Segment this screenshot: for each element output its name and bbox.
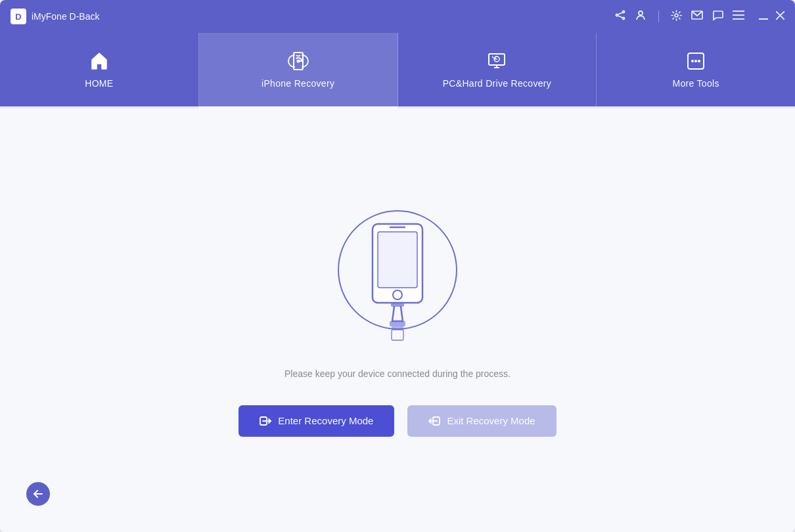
svg-line-31 — [392, 307, 394, 321]
chat-icon[interactable] — [712, 10, 723, 24]
title-bar-actions — [615, 9, 784, 24]
svg-rect-36 — [392, 330, 403, 340]
back-button[interactable] — [26, 482, 50, 506]
nav-label-home: HOME — [85, 78, 113, 89]
svg-line-4 — [618, 16, 623, 18]
nav-item-more-tools[interactable]: More Tools — [597, 33, 795, 106]
svg-line-20 — [492, 56, 493, 58]
minimize-button[interactable] — [759, 11, 768, 22]
phone-illustration — [332, 204, 463, 349]
nav-item-iphone-recovery[interactable]: iPhone Recovery — [199, 33, 398, 106]
svg-point-5 — [639, 11, 643, 15]
mail-icon[interactable] — [691, 11, 703, 22]
main-content: Please keep your device connected during… — [0, 108, 795, 532]
buttons-row: Enter Recovery Mode Exit Recovery Mode — [238, 405, 556, 437]
nav-item-pc-recovery[interactable]: PC&Hard Drive Recovery — [398, 33, 597, 106]
share-icon[interactable] — [615, 10, 625, 23]
more-tools-icon — [685, 51, 706, 72]
app-name: iMyFone D-Back — [32, 11, 615, 22]
settings-icon[interactable] — [671, 10, 682, 24]
pc-recovery-icon — [486, 51, 507, 72]
enter-recovery-mode-button[interactable]: Enter Recovery Mode — [238, 405, 394, 437]
nav-label-pc-recovery: PC&Hard Drive Recovery — [443, 78, 551, 89]
window-controls — [759, 11, 784, 22]
svg-point-23 — [694, 60, 697, 62]
account-icon[interactable] — [635, 9, 647, 24]
svg-rect-34 — [390, 321, 405, 326]
title-bar: D iMyFone D-Back — [0, 0, 795, 33]
hamburger-icon[interactable] — [733, 11, 744, 22]
svg-line-3 — [618, 12, 623, 14]
exit-recovery-mode-button[interactable]: Exit Recovery Mode — [407, 405, 556, 437]
svg-rect-27 — [378, 232, 417, 288]
app-window: D iMyFone D-Back — [0, 0, 795, 532]
nav-item-home[interactable]: HOME — [0, 33, 199, 106]
svg-point-0 — [623, 11, 625, 13]
home-icon — [89, 51, 110, 72]
nav-label-more-tools: More Tools — [673, 78, 719, 89]
nav-bar: HOME iPhone Recovery — [0, 33, 795, 108]
svg-point-6 — [675, 14, 678, 17]
close-button[interactable] — [776, 11, 784, 22]
iphone-recovery-icon — [288, 51, 309, 72]
back-arrow-icon — [34, 490, 43, 498]
svg-point-1 — [616, 14, 618, 16]
instruction-text: Please keep your device connected during… — [284, 368, 511, 379]
enter-icon — [260, 415, 271, 427]
svg-point-24 — [698, 60, 700, 62]
exit-icon — [428, 415, 440, 427]
svg-point-22 — [691, 60, 694, 62]
nav-label-iphone-recovery: iPhone Recovery — [261, 78, 334, 89]
svg-rect-30 — [391, 303, 404, 307]
divider — [658, 11, 659, 22]
svg-point-2 — [623, 18, 625, 20]
svg-line-32 — [401, 307, 403, 321]
app-logo: D — [11, 9, 26, 24]
